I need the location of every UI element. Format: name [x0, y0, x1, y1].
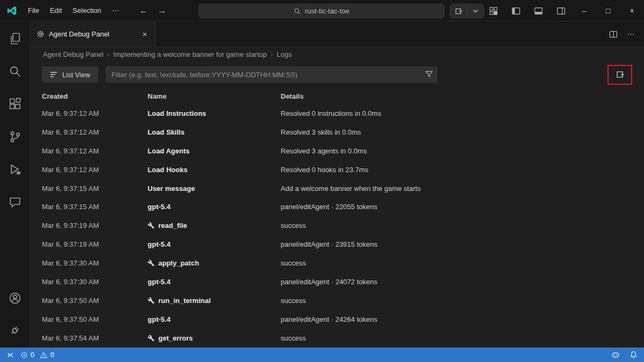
- run-debug-icon[interactable]: [8, 162, 22, 176]
- row-details: success: [281, 297, 644, 305]
- tab-agent-debug-panel[interactable]: Agent Debug Panel ×: [30, 21, 156, 47]
- status-bar: 0 0: [0, 348, 644, 362]
- table-row[interactable]: Mar 6, 9:37:54 AMget_errorssuccess: [30, 329, 644, 348]
- extensions-icon[interactable]: [8, 97, 22, 111]
- warning-icon: [40, 351, 48, 359]
- toggle-secondary-sidebar-icon[interactable]: [554, 4, 568, 18]
- table-row[interactable]: Mar 6, 9:37:30 AMgpt-5.4panel/editAgent …: [30, 272, 644, 291]
- refresh-session-button[interactable]: [610, 68, 630, 82]
- table-row[interactable]: Mar 6, 9:37:19 AMgpt-5.4panel/editAgent …: [30, 235, 644, 254]
- menu-file[interactable]: File: [23, 4, 45, 18]
- tool-wrench-icon: [148, 260, 155, 267]
- more-actions-icon[interactable]: ⋯: [627, 30, 634, 38]
- row-details: Resolved 3 agents in 0.0ms: [281, 147, 644, 155]
- row-name-label: gpt-5.4: [148, 203, 171, 211]
- table-row[interactable]: Mar 6, 9:37:50 AMrun_in_terminalsuccess: [30, 291, 644, 310]
- table-row[interactable]: Mar 6, 9:37:15 AMUser messageAdd a welco…: [30, 179, 644, 198]
- maximize-button[interactable]: □: [596, 0, 620, 21]
- row-name-label: User message: [148, 184, 195, 193]
- row-created: Mar 6, 9:37:19 AM: [42, 221, 148, 230]
- table-header: Created Name Details: [30, 88, 644, 104]
- column-header-details[interactable]: Details: [281, 92, 644, 100]
- toggle-panel-icon[interactable]: [531, 4, 545, 18]
- row-name-label: run_in_terminal: [158, 297, 211, 305]
- table-row[interactable]: Mar 6, 9:37:50 AMgpt-5.4panel/editAgent …: [30, 310, 644, 329]
- list-view-label: List View: [62, 71, 90, 79]
- command-center-search[interactable]: rust-tic-tac-toe: [199, 4, 444, 18]
- source-control-icon[interactable]: [8, 130, 22, 144]
- table-row[interactable]: Mar 6, 9:37:12 AMLoad SkillsResolved 3 s…: [30, 123, 644, 142]
- plug-icon[interactable]: [8, 323, 22, 337]
- row-name: User message: [148, 184, 281, 193]
- row-details: success: [281, 259, 644, 267]
- customize-layout-icon[interactable]: [486, 4, 500, 18]
- row-name-label: Load Skills: [148, 128, 185, 136]
- split-editor-icon[interactable]: [609, 30, 618, 39]
- row-created: Mar 6, 9:37:54 AM: [42, 334, 148, 342]
- breadcrumb-item-logs[interactable]: Logs: [277, 50, 292, 58]
- explorer-icon[interactable]: [8, 32, 22, 46]
- minimize-button[interactable]: –: [572, 0, 596, 21]
- row-name: Load Instructions: [148, 109, 281, 117]
- row-name-label: read_file: [158, 221, 187, 230]
- list-view-button[interactable]: List View: [42, 67, 98, 83]
- table-row[interactable]: Mar 6, 9:37:12 AMLoad InstructionsResolv…: [30, 104, 644, 123]
- notifications-bell-icon[interactable]: [630, 351, 638, 359]
- forward-arrow-icon[interactable]: →: [158, 6, 166, 16]
- row-details: panel/editAgent · 24264 tokens: [281, 315, 644, 323]
- column-header-name[interactable]: Name: [148, 92, 281, 100]
- error-count: 0: [31, 351, 34, 359]
- row-name: Load Hooks: [148, 166, 281, 174]
- table-row[interactable]: Mar 6, 9:37:15 AMgpt-5.4panel/editAgent …: [30, 197, 644, 216]
- chat-session-icon[interactable]: [450, 4, 467, 18]
- row-name-label: Load Agents: [148, 147, 189, 155]
- back-arrow-icon[interactable]: ←: [140, 6, 148, 16]
- row-name-label: gpt-5.4: [148, 315, 171, 323]
- row-details: panel/editAgent · 22055 tokens: [281, 203, 644, 211]
- row-created: Mar 6, 9:37:50 AM: [42, 315, 148, 323]
- gear-icon: [36, 30, 45, 38]
- table-row[interactable]: Mar 6, 9:37:30 AMapply_patchsuccess: [30, 254, 644, 272]
- menu-edit[interactable]: Edit: [45, 4, 67, 18]
- table-row[interactable]: Mar 6, 9:37:19 AMread_filesuccess: [30, 216, 644, 235]
- row-name: Load Skills: [148, 128, 281, 136]
- search-sidebar-icon[interactable]: [8, 64, 22, 78]
- remote-indicator-icon[interactable]: [6, 351, 14, 359]
- close-button[interactable]: ×: [620, 0, 644, 21]
- row-name: get_errors: [148, 334, 281, 342]
- error-icon: [20, 351, 28, 359]
- breadcrumb-item-session[interactable]: Implementing a welcome banner for game s…: [113, 50, 267, 58]
- toggle-primary-sidebar-icon[interactable]: [509, 4, 523, 18]
- filter-funnel-icon[interactable]: [425, 70, 433, 78]
- chat-sidebar-icon[interactable]: [8, 195, 22, 209]
- title-bar: File Edit Selection ⋯ ← → rust-tic-tac-t…: [0, 0, 644, 21]
- table-row[interactable]: Mar 6, 9:37:12 AMLoad AgentsResolved 3 a…: [30, 142, 644, 160]
- row-name: read_file: [148, 221, 281, 230]
- history-nav: ← →: [140, 6, 166, 16]
- row-name-label: Load Hooks: [148, 166, 187, 174]
- activity-bar: [0, 21, 30, 348]
- column-header-created[interactable]: Created: [42, 92, 148, 100]
- search-value: rust-tic-tac-toe: [305, 7, 349, 15]
- tab-bar: Agent Debug Panel × ⋯: [30, 21, 644, 47]
- filter-field: [106, 67, 437, 83]
- copilot-status-icon[interactable]: [611, 351, 620, 359]
- accounts-icon[interactable]: [8, 291, 22, 305]
- filter-input[interactable]: [106, 67, 437, 83]
- log-table: Mar 6, 9:37:12 AMLoad InstructionsResolv…: [30, 104, 644, 348]
- tab-close-icon[interactable]: ×: [141, 29, 149, 39]
- annotation-highlight: [608, 65, 632, 85]
- row-created: Mar 6, 9:37:12 AM: [42, 109, 148, 117]
- menu-selection[interactable]: Selection: [67, 4, 106, 18]
- row-created: Mar 6, 9:37:30 AM: [42, 259, 148, 267]
- chevron-down-icon[interactable]: [467, 4, 484, 18]
- breadcrumb-item-panel[interactable]: Agent Debug Panel: [43, 50, 104, 58]
- row-name: gpt-5.4: [148, 240, 281, 248]
- table-row[interactable]: Mar 6, 9:37:12 AMLoad HooksResolved 0 ho…: [30, 160, 644, 179]
- chat-button: [450, 4, 484, 18]
- problems-indicator[interactable]: 0 0: [20, 351, 54, 359]
- row-created: Mar 6, 9:37:12 AM: [42, 128, 148, 136]
- tab-title: Agent Debug Panel: [49, 30, 109, 38]
- menu-more-button[interactable]: ⋯: [107, 6, 125, 14]
- row-name: gpt-5.4: [148, 203, 281, 211]
